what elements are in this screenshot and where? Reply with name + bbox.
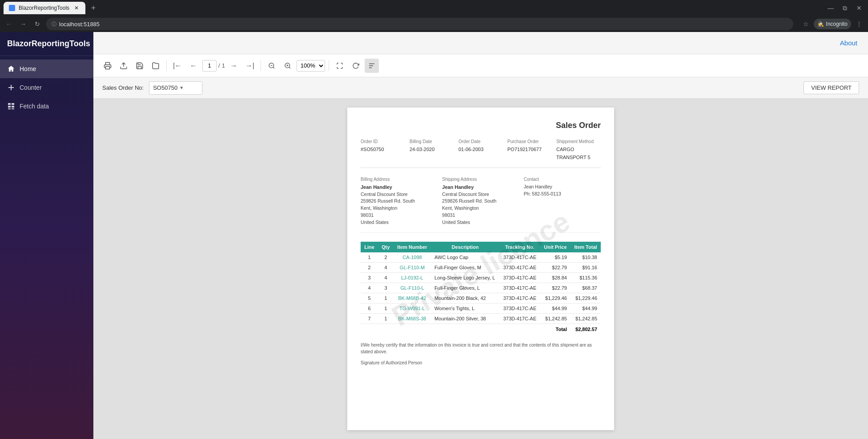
sidebar-brand: BlazorReportingTools: [0, 32, 93, 56]
col-header-tracking: Tracking No.: [499, 242, 540, 252]
zoom-in-button[interactable]: [281, 59, 295, 73]
open-button[interactable]: [149, 59, 163, 73]
url-bar[interactable]: ⓘ localhost:51885: [46, 18, 793, 30]
col-header-unit-price: Unit Price: [540, 242, 571, 252]
home-icon: [7, 65, 15, 73]
purchase-order-field: Purchase Order PO7192170677: [507, 139, 552, 161]
order-table: Line Qty Item Number Description Trackin…: [361, 242, 601, 335]
contact-phone: Ph: 582-555-0113: [524, 191, 601, 198]
url-security-icon: ⓘ: [52, 21, 56, 28]
prev-page-button[interactable]: ←: [186, 59, 201, 73]
menu-button[interactable]: ⋮: [854, 19, 864, 29]
active-tab[interactable]: BlazorReportingTools ✕: [4, 2, 85, 14]
first-page-button[interactable]: |←: [170, 59, 185, 73]
order-id-label: Order ID: [361, 139, 405, 144]
back-button[interactable]: ←: [4, 19, 14, 29]
last-page-button[interactable]: →|: [243, 59, 257, 73]
fullscreen-button[interactable]: [333, 59, 347, 73]
cell-unit-price: $28.84: [540, 273, 571, 283]
contact-label: Contact: [524, 177, 601, 182]
svg-rect-2: [8, 106, 11, 108]
bookmark-button[interactable]: ☆: [800, 19, 811, 29]
table-row: 3 4 LJ-0192-L Long-Sleeve Logo Jersey, L…: [361, 273, 601, 283]
cell-item-total: $1,229.46: [571, 293, 601, 303]
filter-panel-button[interactable]: [365, 59, 379, 73]
save-button[interactable]: [133, 59, 147, 73]
zoom-select[interactable]: 100% 75% 125% 150%: [297, 60, 325, 72]
cell-item-number: BK-M68S-38: [394, 314, 431, 324]
cell-tracking: 373D-417C-AE: [499, 283, 540, 293]
purchase-order-label: Purchase Order: [507, 139, 552, 144]
cell-description: Full-Finger Gloves, M: [431, 263, 499, 273]
billing-date-field: Billing Date 24-03-2020: [410, 139, 454, 161]
topbar: About: [93, 32, 868, 54]
report-document: Private licence Sales Order Order ID #SO…: [347, 108, 614, 430]
cell-item-total: $10.38: [571, 252, 601, 263]
page-number-input[interactable]: 1: [202, 60, 217, 72]
filter-bar: Sales Order No: SO50750 ▼ VIEW REPORT: [93, 77, 868, 99]
cell-line: 2: [361, 263, 378, 273]
cell-qty: 3: [378, 283, 394, 293]
separator-2: [261, 60, 261, 71]
cell-qty: 2: [378, 252, 394, 263]
plus-icon: [7, 84, 15, 92]
restore-button[interactable]: ⧉: [840, 3, 850, 13]
sidebar-item-counter[interactable]: Counter: [0, 78, 93, 97]
col-header-line: Line: [361, 242, 378, 252]
tab-close-button[interactable]: ✕: [73, 4, 80, 12]
order-date-value: 01-06-2003: [458, 147, 483, 152]
reload-button[interactable]: ↻: [32, 19, 43, 29]
sales-order-select[interactable]: SO50750 ▼: [149, 81, 202, 95]
shipping-zip: 98031: [442, 212, 519, 219]
svg-rect-1: [12, 103, 14, 105]
cell-item-total: $1,242.85: [571, 314, 601, 324]
window-close-button[interactable]: ✕: [854, 3, 864, 13]
tab-favicon: [9, 5, 15, 11]
shipping-name: Jean Handley: [442, 184, 519, 191]
cell-line: 6: [361, 303, 378, 314]
minimize-button[interactable]: —: [825, 3, 836, 13]
url-text: localhost:51885: [59, 21, 100, 28]
browser-chrome: BlazorReportingTools ✕ + — ⧉ ✕ ← → ↻ ⓘ l…: [0, 0, 868, 32]
cell-qty: 4: [378, 263, 394, 273]
export-button[interactable]: [117, 59, 131, 73]
new-tab-button[interactable]: +: [87, 2, 100, 14]
sidebar-item-home-label: Home: [20, 65, 36, 72]
forward-button[interactable]: →: [18, 19, 28, 29]
page-total: /: [218, 62, 220, 69]
table-row: 6 1 TG-W091-L Women's Tights, L 373D-417…: [361, 303, 601, 314]
grid-icon: [7, 102, 15, 110]
cell-line: 1: [361, 252, 378, 263]
billing-date-label: Billing Date: [410, 139, 454, 144]
cell-description: Mountain-200 Black, 42: [431, 293, 499, 303]
sidebar-item-home[interactable]: Home: [0, 60, 93, 78]
cell-tracking: 373D-417C-AE: [499, 273, 540, 283]
shipment-method-value: CARGO TRANSPORT 5: [556, 147, 591, 160]
col-header-item-total: Item Total: [571, 242, 601, 252]
svg-line-9: [273, 67, 274, 68]
billing-address1: 259826 Russell Rd. South: [361, 198, 438, 205]
view-report-button[interactable]: VIEW REPORT: [804, 81, 859, 94]
col-header-qty: Qty: [378, 242, 394, 252]
print-button[interactable]: [100, 59, 115, 73]
about-link[interactable]: About: [840, 39, 857, 47]
next-page-button[interactable]: →: [227, 59, 241, 73]
total-label: Total: [540, 324, 571, 335]
table-row: 1 2 CA-1098 AWC Logo Cap 373D-417C-AE $5…: [361, 252, 601, 263]
billing-city-state: Kent, Washington: [361, 205, 438, 212]
cell-unit-price: $1,229.46: [540, 293, 571, 303]
refresh-button[interactable]: [349, 59, 363, 73]
cell-item-number: LJ-0192-L: [394, 273, 431, 283]
cell-description: Mountain-200 Silver, 38: [431, 314, 499, 324]
sidebar-item-fetch[interactable]: Fetch data: [0, 97, 93, 116]
tab-title: BlazorReportingTools: [19, 5, 69, 11]
billing-address-block: Billing Address Jean Handley Central Dis…: [361, 177, 438, 226]
billing-name: Jean Handley: [361, 184, 438, 191]
billing-date-value: 24-03-2020: [410, 147, 434, 152]
purchase-order-value: PO7192170677: [507, 147, 542, 152]
cell-unit-price: $22.79: [540, 263, 571, 273]
cell-qty: 4: [378, 273, 394, 283]
col-header-item-number: Item Number: [394, 242, 431, 252]
cell-qty: 1: [378, 314, 394, 324]
zoom-out-button[interactable]: [265, 59, 279, 73]
